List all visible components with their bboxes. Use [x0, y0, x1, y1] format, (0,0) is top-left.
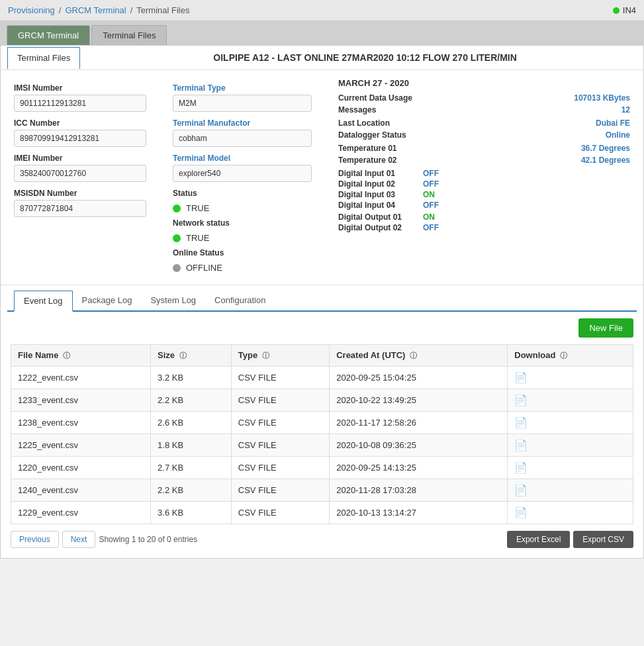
cell-download: 📄 [508, 434, 633, 457]
sub-tab-package-log[interactable]: Package Log [73, 291, 142, 310]
network-status-row: TRUE [173, 233, 325, 243]
messages-row: Messages 12 [338, 105, 630, 115]
cell-size: 1.8 KB [151, 434, 232, 457]
pagination-row: Previous Next Showing 1 to 20 of 0 entri… [11, 524, 633, 551]
filename-info-icon[interactable]: ⓘ [63, 351, 70, 359]
messages-label: Messages [338, 105, 376, 115]
status-label: IN4 [623, 5, 636, 15]
do02-row: Digital Output 02 OFF [338, 223, 439, 232]
download-icon[interactable]: 📄 [514, 372, 528, 383]
temp02-value: 42.1 Degrees [581, 156, 630, 165]
di02-row: Digital Input 02 OFF [338, 179, 439, 189]
next-button[interactable]: Next [62, 531, 96, 548]
status-indicator: IN4 [613, 5, 636, 15]
do02-value: OFF [423, 223, 439, 232]
cell-created: 2020-10-22 13:49:25 [330, 389, 508, 412]
type-info-icon[interactable]: ⓘ [262, 351, 269, 359]
network-label: Network status [173, 218, 325, 228]
model-input[interactable] [173, 165, 312, 182]
imei-input[interactable] [14, 165, 146, 182]
datalogger-value: Online [606, 130, 630, 140]
col-type: Type ⓘ [231, 345, 329, 367]
msisdn-input[interactable] [14, 200, 146, 217]
right-column: MARCH 27 - 2020 Current Data Usage 10701… [332, 77, 630, 273]
export-buttons: Export Excel Export CSV [507, 531, 633, 548]
di01-value: OFF [423, 169, 439, 178]
di04-value: OFF [423, 201, 439, 210]
cell-size: 3.6 KB [151, 502, 232, 524]
col-size: Size ⓘ [151, 345, 232, 367]
download-icon[interactable]: 📄 [514, 507, 528, 518]
sub-tab-system-log[interactable]: System Log [141, 291, 205, 310]
icc-input[interactable] [14, 130, 146, 147]
inner-tab-terminal-files[interactable]: Terminal Files [7, 47, 80, 69]
online-label: Online Status [173, 248, 325, 257]
di03-value: ON [423, 190, 435, 199]
data-usage-value: 107013 KBytes [574, 93, 630, 103]
do01-row: Digital Output 01 ON [338, 212, 439, 222]
right-date: MARCH 27 - 2020 [338, 78, 630, 88]
previous-button[interactable]: Previous [11, 531, 59, 548]
do02-label: Digital Output 02 [338, 223, 418, 232]
online-status-row: OFFLINE [173, 263, 325, 273]
sub-tab-event-log[interactable]: Event Log [14, 291, 73, 312]
export-csv-button[interactable]: Export CSV [573, 531, 633, 548]
data-usage-row: Current Data Usage 107013 KBytes [338, 93, 630, 103]
imei-label: IMEI Number [14, 154, 166, 163]
cell-size: 2.2 KB [151, 389, 232, 412]
tab-grcm-terminal[interactable]: GRCM Terminal [7, 25, 90, 45]
download-icon[interactable]: 📄 [514, 394, 528, 406]
imsi-input[interactable] [14, 95, 146, 112]
type-input[interactable] [173, 95, 312, 112]
download-icon[interactable]: 📄 [514, 439, 528, 451]
di04-label: Digital Input 04 [338, 201, 418, 210]
cell-created: 2020-11-28 17:03:28 [330, 479, 508, 502]
di03-row: Digital Input 03 ON [338, 190, 439, 199]
export-excel-button[interactable]: Export Excel [507, 531, 570, 548]
download-icon[interactable]: 📄 [514, 462, 528, 473]
di02-label: Digital Input 02 [338, 179, 418, 189]
status-row: TRUE [173, 203, 325, 213]
cell-filename: 1233_event.csv [11, 389, 151, 412]
new-file-button[interactable]: New File [578, 318, 633, 338]
cell-created: 2020-09-25 15:04:25 [330, 367, 508, 389]
status-label: Status [173, 189, 325, 198]
cell-created: 2020-09-25 14:13:25 [330, 457, 508, 479]
download-icon[interactable]: 📄 [514, 484, 528, 496]
status-green-dot [173, 205, 181, 212]
datalogger-label: Datalogger Status [338, 130, 406, 140]
cell-created: 2020-10-13 13:14:27 [330, 502, 508, 524]
last-location-label: Last Location [338, 118, 390, 128]
model-label: Terminal Model [173, 154, 325, 163]
size-info-icon[interactable]: ⓘ [179, 351, 187, 359]
cell-size: 2.7 KB [151, 457, 232, 479]
cell-download: 📄 [508, 367, 633, 389]
sub-tab-configuration[interactable]: Configuration [205, 291, 275, 310]
digital-inputs: Digital Input 01 OFF Digital Input 02 OF… [338, 169, 439, 234]
cell-type: CSV FILE [231, 502, 329, 524]
download-icon[interactable]: 📄 [514, 417, 528, 428]
network-value: TRUE [186, 233, 209, 243]
table-row: 1225_event.csv 1.8 KB CSV FILE 2020-10-0… [11, 434, 633, 457]
do01-label: Digital Output 01 [338, 212, 418, 222]
manufactor-input[interactable] [173, 130, 312, 147]
temp01-value: 36.7 Degrees [581, 144, 630, 153]
icc-label: ICC Number [14, 118, 166, 128]
msisdn-label: MSISDN Number [14, 189, 166, 198]
breadcrumb-grcm[interactable]: GRCM Terminal [65, 5, 126, 15]
breadcrumb-provisioning[interactable]: Provisioning [8, 5, 55, 15]
table-row: 1220_event.csv 2.7 KB CSV FILE 2020-09-2… [11, 457, 633, 479]
last-location-row: Last Location Dubai FE [338, 118, 630, 128]
download-info-icon[interactable]: ⓘ [560, 351, 567, 359]
cell-filename: 1240_event.csv [11, 479, 151, 502]
cell-type: CSV FILE [231, 412, 329, 434]
imsi-label: IMSI Number [14, 83, 166, 93]
mid-column: Terminal Type Terminal Manufactor Termin… [173, 77, 332, 273]
created-info-icon[interactable]: ⓘ [410, 351, 417, 359]
cell-download: 📄 [508, 412, 633, 434]
info-grid: IMSI Number ICC Number IMEI Number MSISD… [1, 70, 643, 279]
col-download: Download ⓘ [508, 345, 633, 367]
tab-terminal-files[interactable]: Terminal Files [91, 25, 167, 45]
temp02-row: Temperature 02 42.1 Degrees [338, 156, 630, 165]
cell-filename: 1229_event.csv [11, 502, 151, 524]
